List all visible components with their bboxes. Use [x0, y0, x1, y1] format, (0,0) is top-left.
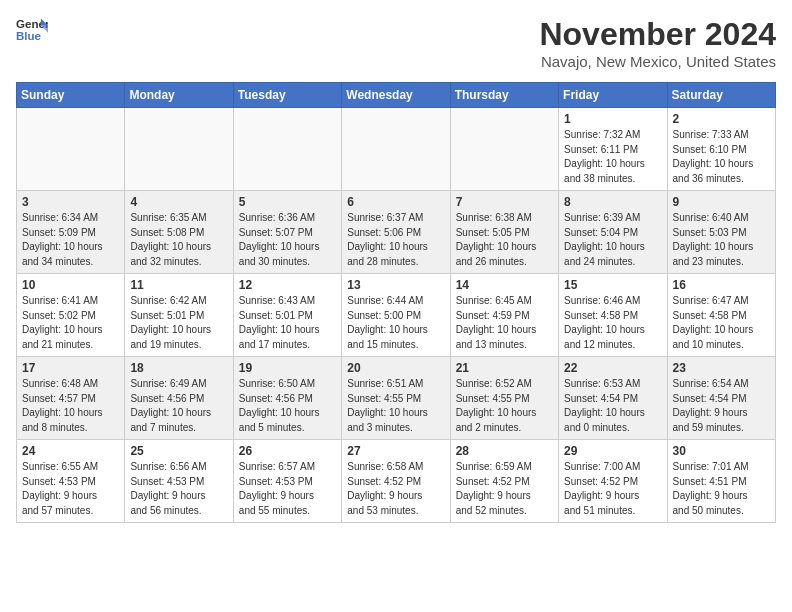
logo-icon: General Blue	[16, 16, 48, 44]
calendar-cell: 21Sunrise: 6:52 AM Sunset: 4:55 PM Dayli…	[450, 357, 558, 440]
day-number: 20	[347, 361, 444, 375]
header-row: SundayMondayTuesdayWednesdayThursdayFrid…	[17, 83, 776, 108]
day-number: 16	[673, 278, 770, 292]
day-header-monday: Monday	[125, 83, 233, 108]
day-info: Sunrise: 7:32 AM Sunset: 6:11 PM Dayligh…	[564, 128, 661, 186]
day-number: 7	[456, 195, 553, 209]
day-info: Sunrise: 6:52 AM Sunset: 4:55 PM Dayligh…	[456, 377, 553, 435]
calendar-cell: 23Sunrise: 6:54 AM Sunset: 4:54 PM Dayli…	[667, 357, 775, 440]
calendar-cell: 5Sunrise: 6:36 AM Sunset: 5:07 PM Daylig…	[233, 191, 341, 274]
day-info: Sunrise: 6:59 AM Sunset: 4:52 PM Dayligh…	[456, 460, 553, 518]
day-number: 5	[239, 195, 336, 209]
calendar-cell: 30Sunrise: 7:01 AM Sunset: 4:51 PM Dayli…	[667, 440, 775, 523]
svg-text:Blue: Blue	[16, 30, 42, 42]
day-info: Sunrise: 6:39 AM Sunset: 5:04 PM Dayligh…	[564, 211, 661, 269]
calendar-cell: 3Sunrise: 6:34 AM Sunset: 5:09 PM Daylig…	[17, 191, 125, 274]
calendar-cell: 2Sunrise: 7:33 AM Sunset: 6:10 PM Daylig…	[667, 108, 775, 191]
day-info: Sunrise: 6:42 AM Sunset: 5:01 PM Dayligh…	[130, 294, 227, 352]
day-info: Sunrise: 6:38 AM Sunset: 5:05 PM Dayligh…	[456, 211, 553, 269]
day-number: 25	[130, 444, 227, 458]
calendar-cell: 29Sunrise: 7:00 AM Sunset: 4:52 PM Dayli…	[559, 440, 667, 523]
day-number: 14	[456, 278, 553, 292]
calendar-cell	[17, 108, 125, 191]
day-number: 1	[564, 112, 661, 126]
day-number: 27	[347, 444, 444, 458]
week-row-2: 3Sunrise: 6:34 AM Sunset: 5:09 PM Daylig…	[17, 191, 776, 274]
calendar-cell: 18Sunrise: 6:49 AM Sunset: 4:56 PM Dayli…	[125, 357, 233, 440]
day-header-thursday: Thursday	[450, 83, 558, 108]
day-info: Sunrise: 6:56 AM Sunset: 4:53 PM Dayligh…	[130, 460, 227, 518]
week-row-3: 10Sunrise: 6:41 AM Sunset: 5:02 PM Dayli…	[17, 274, 776, 357]
day-number: 29	[564, 444, 661, 458]
logo: General Blue	[16, 16, 48, 44]
day-info: Sunrise: 6:49 AM Sunset: 4:56 PM Dayligh…	[130, 377, 227, 435]
day-info: Sunrise: 6:35 AM Sunset: 5:08 PM Dayligh…	[130, 211, 227, 269]
day-number: 30	[673, 444, 770, 458]
day-header-wednesday: Wednesday	[342, 83, 450, 108]
calendar-cell	[233, 108, 341, 191]
week-row-1: 1Sunrise: 7:32 AM Sunset: 6:11 PM Daylig…	[17, 108, 776, 191]
day-number: 21	[456, 361, 553, 375]
title-block: November 2024 Navajo, New Mexico, United…	[539, 16, 776, 70]
calendar-cell	[125, 108, 233, 191]
day-header-tuesday: Tuesday	[233, 83, 341, 108]
day-info: Sunrise: 6:47 AM Sunset: 4:58 PM Dayligh…	[673, 294, 770, 352]
day-number: 22	[564, 361, 661, 375]
day-number: 12	[239, 278, 336, 292]
day-number: 2	[673, 112, 770, 126]
calendar-cell: 9Sunrise: 6:40 AM Sunset: 5:03 PM Daylig…	[667, 191, 775, 274]
day-info: Sunrise: 6:45 AM Sunset: 4:59 PM Dayligh…	[456, 294, 553, 352]
calendar-cell: 12Sunrise: 6:43 AM Sunset: 5:01 PM Dayli…	[233, 274, 341, 357]
calendar-cell: 26Sunrise: 6:57 AM Sunset: 4:53 PM Dayli…	[233, 440, 341, 523]
day-header-sunday: Sunday	[17, 83, 125, 108]
day-info: Sunrise: 6:37 AM Sunset: 5:06 PM Dayligh…	[347, 211, 444, 269]
calendar-cell: 17Sunrise: 6:48 AM Sunset: 4:57 PM Dayli…	[17, 357, 125, 440]
day-info: Sunrise: 6:48 AM Sunset: 4:57 PM Dayligh…	[22, 377, 119, 435]
calendar-cell: 10Sunrise: 6:41 AM Sunset: 5:02 PM Dayli…	[17, 274, 125, 357]
page-header: General Blue November 2024 Navajo, New M…	[16, 16, 776, 70]
day-info: Sunrise: 6:36 AM Sunset: 5:07 PM Dayligh…	[239, 211, 336, 269]
day-number: 10	[22, 278, 119, 292]
day-info: Sunrise: 6:34 AM Sunset: 5:09 PM Dayligh…	[22, 211, 119, 269]
calendar-cell: 1Sunrise: 7:32 AM Sunset: 6:11 PM Daylig…	[559, 108, 667, 191]
day-info: Sunrise: 6:58 AM Sunset: 4:52 PM Dayligh…	[347, 460, 444, 518]
calendar-cell: 25Sunrise: 6:56 AM Sunset: 4:53 PM Dayli…	[125, 440, 233, 523]
day-info: Sunrise: 6:41 AM Sunset: 5:02 PM Dayligh…	[22, 294, 119, 352]
calendar-cell: 6Sunrise: 6:37 AM Sunset: 5:06 PM Daylig…	[342, 191, 450, 274]
day-number: 3	[22, 195, 119, 209]
calendar-cell	[342, 108, 450, 191]
calendar-cell: 24Sunrise: 6:55 AM Sunset: 4:53 PM Dayli…	[17, 440, 125, 523]
calendar-cell: 8Sunrise: 6:39 AM Sunset: 5:04 PM Daylig…	[559, 191, 667, 274]
day-number: 9	[673, 195, 770, 209]
day-info: Sunrise: 6:55 AM Sunset: 4:53 PM Dayligh…	[22, 460, 119, 518]
week-row-5: 24Sunrise: 6:55 AM Sunset: 4:53 PM Dayli…	[17, 440, 776, 523]
day-number: 6	[347, 195, 444, 209]
day-info: Sunrise: 6:43 AM Sunset: 5:01 PM Dayligh…	[239, 294, 336, 352]
day-number: 26	[239, 444, 336, 458]
calendar-cell: 7Sunrise: 6:38 AM Sunset: 5:05 PM Daylig…	[450, 191, 558, 274]
calendar-cell: 11Sunrise: 6:42 AM Sunset: 5:01 PM Dayli…	[125, 274, 233, 357]
day-info: Sunrise: 6:57 AM Sunset: 4:53 PM Dayligh…	[239, 460, 336, 518]
day-number: 24	[22, 444, 119, 458]
day-info: Sunrise: 6:54 AM Sunset: 4:54 PM Dayligh…	[673, 377, 770, 435]
calendar-cell: 22Sunrise: 6:53 AM Sunset: 4:54 PM Dayli…	[559, 357, 667, 440]
calendar-cell: 28Sunrise: 6:59 AM Sunset: 4:52 PM Dayli…	[450, 440, 558, 523]
calendar-cell: 20Sunrise: 6:51 AM Sunset: 4:55 PM Dayli…	[342, 357, 450, 440]
day-info: Sunrise: 6:50 AM Sunset: 4:56 PM Dayligh…	[239, 377, 336, 435]
day-info: Sunrise: 7:00 AM Sunset: 4:52 PM Dayligh…	[564, 460, 661, 518]
day-number: 11	[130, 278, 227, 292]
calendar-cell: 27Sunrise: 6:58 AM Sunset: 4:52 PM Dayli…	[342, 440, 450, 523]
day-info: Sunrise: 6:40 AM Sunset: 5:03 PM Dayligh…	[673, 211, 770, 269]
calendar-cell: 19Sunrise: 6:50 AM Sunset: 4:56 PM Dayli…	[233, 357, 341, 440]
day-header-friday: Friday	[559, 83, 667, 108]
day-number: 23	[673, 361, 770, 375]
calendar-cell: 16Sunrise: 6:47 AM Sunset: 4:58 PM Dayli…	[667, 274, 775, 357]
calendar-table: SundayMondayTuesdayWednesdayThursdayFrid…	[16, 82, 776, 523]
calendar-cell: 14Sunrise: 6:45 AM Sunset: 4:59 PM Dayli…	[450, 274, 558, 357]
day-number: 15	[564, 278, 661, 292]
day-info: Sunrise: 7:01 AM Sunset: 4:51 PM Dayligh…	[673, 460, 770, 518]
calendar-cell: 13Sunrise: 6:44 AM Sunset: 5:00 PM Dayli…	[342, 274, 450, 357]
day-number: 8	[564, 195, 661, 209]
calendar-cell	[450, 108, 558, 191]
day-info: Sunrise: 6:44 AM Sunset: 5:00 PM Dayligh…	[347, 294, 444, 352]
